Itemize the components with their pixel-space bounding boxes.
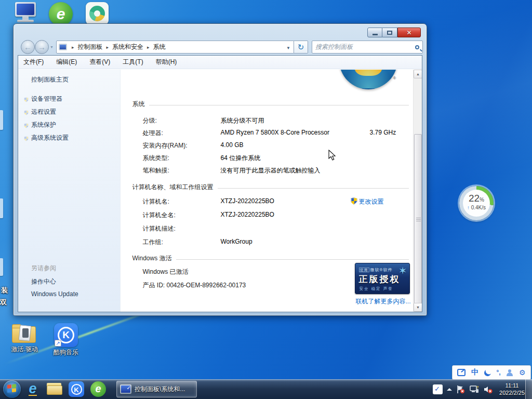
section-activation: Windows 激活 <box>132 254 409 263</box>
forward-button[interactable]: → <box>35 40 49 54</box>
scroll-down-icon[interactable]: ▼ <box>414 303 422 312</box>
system-tray: ? 11:11 2022/2/25 <box>433 379 525 399</box>
ime-punctuation-icon[interactable]: °, <box>496 369 500 376</box>
scroll-up-icon[interactable]: ▲ <box>414 70 422 78</box>
breadcrumb-system-security[interactable]: 系统和安全 <box>112 43 143 51</box>
change-settings-link[interactable]: 更改设置 <box>351 197 384 206</box>
cpu-clock: 3.79 GHz <box>370 129 396 136</box>
partial-desktop-icon[interactable] <box>0 258 3 276</box>
genuine-software-badge: 使用微软®软件 正版授权 安全 稳定 声誉 ✶ <box>355 263 410 294</box>
sidebar-item-remote-settings[interactable]: 远程设置 <box>31 108 56 116</box>
clock-time: 11:11 <box>499 382 525 389</box>
show-hidden-icons-arrow[interactable] <box>447 388 452 391</box>
system-control-panel-window: ✕ ← → ▼ ▸ 控制面板 ▸ 系统和安全 ▸ 系统 ▼ ↻ 搜索控制面板 文… <box>13 23 427 316</box>
action-center-flag-icon[interactable] <box>456 385 465 394</box>
shortcut-arrow-icon: ↗ <box>55 340 61 347</box>
menu-edit[interactable]: 编辑(E) <box>56 58 77 66</box>
breadcrumb-system[interactable]: 系统 <box>153 43 166 51</box>
taskbar-kugou-icon[interactable]: K <box>66 380 86 398</box>
sidebar-item-device-manager[interactable]: 设备管理器 <box>31 95 62 103</box>
desktop-icon-360-browser[interactable]: e <box>43 2 79 26</box>
sidebar: 控制面板主页 设备管理器 远程设置 系统保护 高级系统设置 另请参阅 操作中心 … <box>18 70 121 312</box>
shield-icon <box>23 134 30 141</box>
ime-fullwidth-moon-icon[interactable] <box>484 368 491 376</box>
desktop-icon-app[interactable] <box>79 2 115 25</box>
refresh-button[interactable]: ↻ <box>294 41 308 54</box>
taskbar-360-browser-icon[interactable]: e <box>88 380 108 398</box>
network-icon[interactable]: ? <box>469 385 479 394</box>
minimize-button[interactable] <box>367 28 382 37</box>
browser-e-icon: e <box>49 2 73 26</box>
ime-language-bar: 中 °, ⚙ <box>452 365 531 380</box>
breadcrumb-control-panel[interactable]: 控制面板 <box>78 43 103 51</box>
recent-pages-dropdown-icon[interactable]: ▼ <box>50 45 54 49</box>
sidebar-item-system-protection[interactable]: 系统保护 <box>31 121 56 129</box>
scrollbar-thumb[interactable] <box>414 134 422 304</box>
see-also-header: 另请参阅 <box>31 264 56 273</box>
desktop-icon-kugou[interactable]: K ↗ 酷狗音乐 <box>48 323 84 357</box>
windows-logo <box>339 70 397 89</box>
back-button[interactable]: ← <box>21 40 35 54</box>
section-computer-name: 计算机名称、域和工作组设置 <box>132 183 409 192</box>
sidebar-item-action-center[interactable]: 操作中心 <box>31 277 56 286</box>
show-desktop-button[interactable] <box>525 379 532 399</box>
taskbar-active-window-button[interactable]: ✓ 控制面板\系统和... <box>116 381 197 397</box>
swirl-app-icon <box>86 2 109 25</box>
ime-status-icon[interactable] <box>457 369 466 376</box>
volume-muted-icon[interactable] <box>483 385 493 394</box>
rating-unavailable-link[interactable]: 系统分级不可用 <box>221 116 264 125</box>
memory-percent: 22% <box>463 194 490 205</box>
partial-desktop-icon[interactable] <box>0 110 3 130</box>
vertical-scrollbar[interactable]: ▲ ▼ <box>413 70 422 312</box>
menu-tools[interactable]: 工具(T) <box>123 58 143 66</box>
tray-ime-icon[interactable] <box>433 384 443 394</box>
partial-desktop-icon[interactable] <box>0 198 3 218</box>
menu-view[interactable]: 查看(V) <box>89 58 110 66</box>
desktop-icon-computer[interactable] <box>7 2 43 23</box>
sidebar-item-advanced-settings[interactable]: 高级系统设置 <box>31 134 69 142</box>
search-box[interactable]: 搜索控制面板 <box>312 41 423 54</box>
search-icon <box>415 45 419 49</box>
address-bar[interactable]: ▸ 控制面板 ▸ 系统和安全 ▸ 系统 ▼ <box>56 41 294 54</box>
shield-icon <box>23 108 30 115</box>
taskbar-clock[interactable]: 11:11 2022/2/25 <box>499 382 525 396</box>
maximize-button[interactable] <box>382 28 397 37</box>
net-speed-widget[interactable]: 22% ↑ 0.4K/s <box>459 186 494 220</box>
upload-speed: ↑ 0.4K/s <box>463 205 490 210</box>
ime-settings-gear-icon[interactable]: ⚙ <box>519 368 526 377</box>
shield-icon <box>23 121 30 128</box>
clock-date: 2022/2/25 <box>499 389 525 396</box>
svg-text:?: ? <box>476 385 478 389</box>
sidebar-item-control-panel-home[interactable]: 控制面板主页 <box>31 75 69 84</box>
breadcrumb-arrow-icon: ▸ <box>68 45 78 50</box>
ime-account-icon[interactable] <box>506 369 513 376</box>
registered-mark: ® <box>393 76 396 81</box>
ime-chinese-mode[interactable]: 中 <box>471 368 478 377</box>
menu-help[interactable]: 帮助(H) <box>156 58 177 66</box>
taskbar: e K e ✓ 控制面板\系统和... ? 11:11 2022/2/25 <box>0 379 532 399</box>
window-controls: ✕ <box>367 28 421 37</box>
main-panel: ® 系统 分级: 系统分级不可用 处理器: AMD Ryzen 7 5800X … <box>121 70 414 312</box>
window-body: 文件(F) 编辑(E) 查看(V) 工具(T) 帮助(H) 控制面板主页 设备管… <box>18 55 422 312</box>
desktop-icon-activation-driver[interactable]: 激活.驱动 <box>6 324 43 354</box>
menu-file[interactable]: 文件(F) <box>23 58 44 66</box>
control-panel-icon <box>59 44 67 50</box>
folder-icon <box>12 324 37 344</box>
partial-icon-label: 双 <box>0 298 7 307</box>
taskbar-explorer-icon[interactable] <box>45 380 64 398</box>
windows-flag-icon <box>7 384 17 394</box>
sidebar-item-windows-update[interactable]: Windows Update <box>31 290 78 298</box>
mouse-cursor <box>328 150 338 163</box>
shield-icon <box>23 95 30 102</box>
control-panel-window-icon: ✓ <box>120 384 131 394</box>
taskbar-ie-icon[interactable]: e <box>23 380 43 398</box>
kugou-icon: K ↗ <box>54 323 78 347</box>
start-button[interactable] <box>3 380 21 398</box>
partial-icon-label: 装 <box>1 286 8 295</box>
computer-icon <box>13 2 37 23</box>
icon-label: 激活.驱动 <box>6 345 43 354</box>
close-button[interactable]: ✕ <box>397 28 421 37</box>
breadcrumb-arrow-icon: ▸ <box>103 45 113 50</box>
icon-label: 酷狗音乐 <box>48 348 84 357</box>
address-dropdown-icon[interactable]: ▼ <box>286 46 290 50</box>
